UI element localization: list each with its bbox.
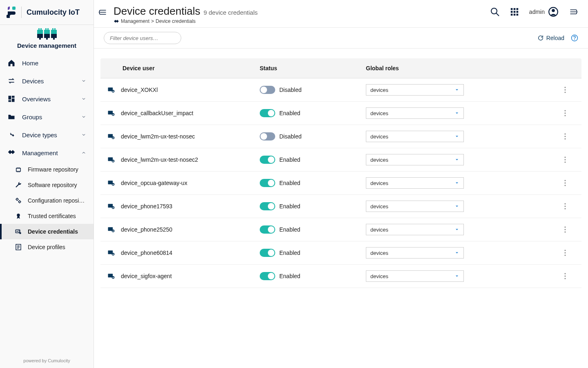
svg-point-42 [564, 138, 566, 139]
chevron-down-icon [81, 132, 86, 137]
sidebar-item-management[interactable]: Management [0, 144, 94, 162]
sidebar-subitem-label: Device profiles [28, 244, 65, 250]
svg-point-57 [564, 208, 566, 209]
main: Device credentials 9 device credentials … [94, 0, 588, 368]
status-toggle[interactable] [260, 156, 275, 164]
header: Device credentials 9 device credentials … [94, 0, 588, 27]
global-roles-select[interactable]: devices [366, 270, 464, 282]
global-roles-select[interactable]: devices [366, 224, 464, 235]
row-actions-button[interactable] [561, 156, 569, 164]
row-actions-button[interactable] [561, 202, 569, 210]
badge-icon [15, 212, 22, 220]
credentials-table: Device user Status Global roles device_X… [100, 58, 581, 288]
footer: powered by Cumulocity [0, 353, 94, 368]
status-toggle[interactable] [260, 109, 275, 117]
sidebar-subitem-device-credentials[interactable]: Device credentials [0, 224, 94, 239]
sidebar-item-device-types[interactable]: Device types [0, 126, 94, 144]
status-text: Disabled [279, 133, 301, 140]
wrench-icon [15, 181, 22, 189]
global-roles-select[interactable]: devices [366, 154, 464, 165]
svg-rect-16 [514, 8, 516, 10]
dots-vertical-icon [564, 110, 566, 116]
svg-point-61 [564, 229, 566, 230]
caret-down-icon [454, 204, 459, 209]
status-toggle[interactable] [260, 86, 275, 94]
search-button[interactable] [490, 7, 500, 17]
global-roles-select[interactable]: devices [366, 131, 464, 142]
sidebar-item-label: Groups [22, 114, 75, 120]
sidebar-item-label: Overviews [22, 96, 75, 103]
caret-down-icon [454, 227, 459, 232]
svg-rect-17 [516, 8, 518, 10]
role-value: devices [370, 87, 388, 93]
svg-point-66 [564, 252, 566, 253]
reload-button[interactable]: Reload [537, 35, 564, 41]
sidebar: Cumulocity IoT Device management Home De… [0, 0, 94, 368]
dashboard-icon [7, 95, 16, 103]
status-toggle[interactable] [260, 202, 275, 210]
status-text: Enabled [279, 250, 300, 256]
dots-vertical-icon [564, 133, 566, 140]
row-actions-button[interactable] [561, 249, 569, 257]
svg-rect-0 [12, 7, 16, 10]
status-toggle[interactable] [260, 225, 275, 234]
breadcrumb-1[interactable]: Device credentials [156, 18, 196, 24]
reload-icon [537, 35, 544, 41]
caret-down-icon [454, 111, 459, 116]
home-icon [7, 59, 16, 67]
global-roles-select[interactable]: devices [366, 201, 464, 212]
help-button[interactable] [571, 34, 578, 42]
caret-down-icon [454, 157, 459, 162]
sidebar-subitem-configuration-reposito-[interactable]: Configuration reposito… [0, 193, 94, 208]
sidebar-item-home[interactable]: Home [0, 54, 94, 72]
row-actions-button[interactable] [561, 132, 569, 141]
global-roles-select[interactable]: devices [366, 177, 464, 189]
global-roles-select[interactable]: devices [366, 84, 464, 96]
filter-box[interactable] [104, 32, 181, 44]
filter-input[interactable] [110, 35, 179, 41]
svg-point-31 [564, 89, 566, 90]
svg-rect-19 [514, 11, 516, 13]
row-actions-button[interactable] [561, 272, 569, 280]
device-icon [107, 249, 115, 257]
svg-rect-4 [9, 100, 11, 102]
sidebar-subitem-software-repository[interactable]: Software repository [0, 177, 94, 193]
toolbar: Reload [94, 27, 588, 49]
status-text: Enabled [279, 273, 300, 279]
right-drawer-button[interactable] [568, 7, 578, 17]
global-roles-select[interactable]: devices [366, 247, 464, 259]
sidebar-item-groups[interactable]: Groups [0, 108, 94, 126]
apps-button[interactable] [510, 7, 519, 17]
status-toggle[interactable] [260, 179, 275, 187]
svg-line-14 [496, 13, 499, 16]
global-roles-select[interactable]: devices [366, 107, 464, 119]
reload-label: Reload [546, 35, 564, 41]
breadcrumb-0[interactable]: Management [121, 18, 149, 24]
sidebar-item-overviews[interactable]: Overviews [0, 90, 94, 108]
row-actions-button[interactable] [561, 225, 569, 234]
status-toggle[interactable] [260, 272, 275, 280]
user-menu[interactable]: admin [529, 7, 559, 17]
svg-point-52 [564, 185, 566, 186]
status-toggle[interactable] [260, 249, 275, 257]
row-actions-button[interactable] [561, 179, 569, 187]
toggle-nav-icon[interactable] [99, 8, 107, 16]
svg-rect-1 [9, 96, 11, 100]
sidebar-subitem-device-profiles[interactable]: Device profiles [0, 239, 94, 255]
device-icon [107, 202, 115, 210]
status-toggle[interactable] [260, 132, 275, 141]
status-text: Enabled [279, 110, 300, 116]
row-actions-button[interactable] [561, 86, 569, 94]
row-actions-button[interactable] [561, 109, 569, 117]
svg-point-45 [564, 156, 566, 158]
sidebar-item-label: Management [22, 149, 75, 156]
svg-point-65 [564, 250, 566, 251]
dots-vertical-icon [564, 87, 566, 93]
sidebar-item-devices[interactable]: Devices [0, 72, 94, 90]
sidebar-subitem-firmware-repository[interactable]: Firmware repository [0, 162, 94, 177]
device-icon [107, 272, 115, 280]
svg-point-46 [564, 159, 566, 160]
handshake-icon [7, 149, 16, 157]
chevron-up-icon [81, 150, 86, 155]
sidebar-subitem-trusted-certificates[interactable]: Trusted certificates [0, 208, 94, 224]
